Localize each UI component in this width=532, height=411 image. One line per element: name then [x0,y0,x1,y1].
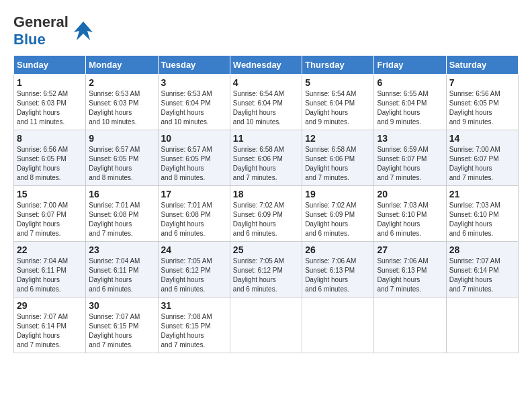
day-detail: Sunrise: 6:53 AM Sunset: 6:03 PM Dayligh… [89,89,154,127]
calendar-cell: 23 Sunrise: 7:04 AM Sunset: 6:11 PM Dayl… [86,242,158,298]
day-number: 21 [449,189,515,199]
calendar-cell [374,298,446,353]
day-detail: Sunrise: 7:05 AM Sunset: 6:12 PM Dayligh… [233,257,299,294]
calendar-cell: 8 Sunrise: 6:56 AM Sunset: 6:05 PM Dayli… [14,130,86,186]
calendar-cell: 11 Sunrise: 6:58 AM Sunset: 6:06 PM Dayl… [230,130,302,186]
day-number: 30 [89,300,154,311]
day-detail: Sunrise: 7:08 AM Sunset: 6:15 PM Dayligh… [161,312,227,350]
day-detail: Sunrise: 7:01 AM Sunset: 6:08 PM Dayligh… [89,201,154,238]
calendar-cell: 12 Sunrise: 6:58 AM Sunset: 6:06 PM Dayl… [302,130,374,186]
calendar-cell: 3 Sunrise: 6:53 AM Sunset: 6:04 PM Dayli… [158,75,230,130]
day-number: 9 [89,133,154,144]
day-detail: Sunrise: 6:54 AM Sunset: 6:04 PM Dayligh… [233,89,299,127]
day-detail: Sunrise: 7:02 AM Sunset: 6:09 PM Dayligh… [233,201,299,238]
day-detail: Sunrise: 7:00 AM Sunset: 6:07 PM Dayligh… [17,201,83,238]
day-number: 29 [17,300,83,311]
day-number: 4 [233,77,299,88]
day-detail: Sunrise: 6:56 AM Sunset: 6:05 PM Dayligh… [17,145,83,183]
logo-icon [71,19,95,43]
day-number: 6 [377,77,443,88]
calendar-week-3: 15 Sunrise: 7:00 AM Sunset: 6:07 PM Dayl… [14,186,519,242]
day-number: 10 [161,133,227,144]
calendar-cell: 21 Sunrise: 7:03 AM Sunset: 6:10 PM Dayl… [446,186,518,242]
day-detail: Sunrise: 7:07 AM Sunset: 6:14 PM Dayligh… [17,312,83,350]
day-number: 3 [161,77,227,88]
calendar-cell: 18 Sunrise: 7:02 AM Sunset: 6:09 PM Dayl… [230,186,302,242]
day-detail: Sunrise: 6:55 AM Sunset: 6:04 PM Dayligh… [377,89,443,127]
day-number: 17 [161,189,227,199]
calendar-cell: 10 Sunrise: 6:57 AM Sunset: 6:05 PM Dayl… [158,130,230,186]
calendar-cell: 29 Sunrise: 7:07 AM Sunset: 6:14 PM Dayl… [14,298,86,353]
calendar-cell: 16 Sunrise: 7:01 AM Sunset: 6:08 PM Dayl… [86,186,158,242]
day-detail: Sunrise: 6:57 AM Sunset: 6:05 PM Dayligh… [161,145,227,183]
day-detail: Sunrise: 6:52 AM Sunset: 6:03 PM Dayligh… [17,89,83,127]
day-detail: Sunrise: 7:04 AM Sunset: 6:11 PM Dayligh… [89,257,154,294]
calendar-cell: 4 Sunrise: 6:54 AM Sunset: 6:04 PM Dayli… [230,75,302,130]
calendar-cell: 6 Sunrise: 6:55 AM Sunset: 6:04 PM Dayli… [374,75,446,130]
col-header-sunday: Sunday [14,56,86,75]
calendar-cell: 5 Sunrise: 6:54 AM Sunset: 6:04 PM Dayli… [302,75,374,130]
calendar-cell: 14 Sunrise: 7:00 AM Sunset: 6:07 PM Dayl… [446,130,518,186]
calendar-header-row: SundayMondayTuesdayWednesdayThursdayFrid… [14,56,519,75]
page-header: General Blue [13,13,519,48]
calendar-cell: 7 Sunrise: 6:56 AM Sunset: 6:05 PM Dayli… [446,75,518,130]
day-number: 8 [17,133,83,144]
calendar-cell: 30 Sunrise: 7:07 AM Sunset: 6:15 PM Dayl… [86,298,158,353]
col-header-monday: Monday [86,56,158,75]
col-header-saturday: Saturday [446,56,518,75]
day-detail: Sunrise: 6:58 AM Sunset: 6:06 PM Dayligh… [305,145,371,183]
day-number: 24 [161,244,227,255]
calendar-cell: 26 Sunrise: 7:06 AM Sunset: 6:13 PM Dayl… [302,242,374,298]
calendar-cell: 17 Sunrise: 7:01 AM Sunset: 6:08 PM Dayl… [158,186,230,242]
day-number: 7 [449,77,515,88]
day-detail: Sunrise: 7:05 AM Sunset: 6:12 PM Dayligh… [161,257,227,294]
day-number: 5 [305,77,371,88]
day-number: 28 [449,244,515,255]
day-number: 26 [305,244,371,255]
calendar-week-2: 8 Sunrise: 6:56 AM Sunset: 6:05 PM Dayli… [14,130,519,186]
calendar-table: SundayMondayTuesdayWednesdayThursdayFrid… [13,55,519,353]
day-detail: Sunrise: 7:06 AM Sunset: 6:13 PM Dayligh… [305,257,371,294]
day-detail: Sunrise: 6:56 AM Sunset: 6:05 PM Dayligh… [449,89,515,127]
day-detail: Sunrise: 6:54 AM Sunset: 6:04 PM Dayligh… [305,89,371,127]
calendar-cell: 9 Sunrise: 6:57 AM Sunset: 6:05 PM Dayli… [86,130,158,186]
day-number: 25 [233,244,299,255]
day-number: 20 [377,189,443,199]
day-detail: Sunrise: 7:06 AM Sunset: 6:13 PM Dayligh… [377,257,443,294]
day-number: 15 [17,189,83,199]
calendar-week-5: 29 Sunrise: 7:07 AM Sunset: 6:14 PM Dayl… [14,298,519,353]
col-header-tuesday: Tuesday [158,56,230,75]
calendar-week-1: 1 Sunrise: 6:52 AM Sunset: 6:03 PM Dayli… [14,75,519,130]
day-detail: Sunrise: 7:07 AM Sunset: 6:14 PM Dayligh… [449,257,515,294]
day-number: 27 [377,244,443,255]
day-detail: Sunrise: 6:58 AM Sunset: 6:06 PM Dayligh… [233,145,299,183]
logo-general: General [13,13,69,30]
calendar-cell: 13 Sunrise: 6:59 AM Sunset: 6:07 PM Dayl… [374,130,446,186]
day-number: 12 [305,133,371,144]
calendar-cell: 20 Sunrise: 7:03 AM Sunset: 6:10 PM Dayl… [374,186,446,242]
col-header-thursday: Thursday [302,56,374,75]
col-header-friday: Friday [374,56,446,75]
day-detail: Sunrise: 7:03 AM Sunset: 6:10 PM Dayligh… [377,201,443,238]
calendar-cell: 27 Sunrise: 7:06 AM Sunset: 6:13 PM Dayl… [374,242,446,298]
calendar-cell [302,298,374,353]
day-number: 2 [89,77,154,88]
calendar-cell: 22 Sunrise: 7:04 AM Sunset: 6:11 PM Dayl… [14,242,86,298]
calendar-cell [230,298,302,353]
day-number: 31 [161,300,227,311]
calendar-cell: 2 Sunrise: 6:53 AM Sunset: 6:03 PM Dayli… [86,75,158,130]
day-detail: Sunrise: 7:00 AM Sunset: 6:07 PM Dayligh… [449,145,515,183]
calendar-cell: 28 Sunrise: 7:07 AM Sunset: 6:14 PM Dayl… [446,242,518,298]
logo: General Blue [13,13,95,48]
calendar-cell: 1 Sunrise: 6:52 AM Sunset: 6:03 PM Dayli… [14,75,86,130]
day-number: 19 [305,189,371,199]
calendar-cell [446,298,518,353]
day-detail: Sunrise: 6:59 AM Sunset: 6:07 PM Dayligh… [377,145,443,183]
day-detail: Sunrise: 6:53 AM Sunset: 6:04 PM Dayligh… [161,89,227,127]
day-detail: Sunrise: 7:02 AM Sunset: 6:09 PM Dayligh… [305,201,371,238]
day-detail: Sunrise: 7:04 AM Sunset: 6:11 PM Dayligh… [17,257,83,294]
calendar-cell: 19 Sunrise: 7:02 AM Sunset: 6:09 PM Dayl… [302,186,374,242]
day-detail: Sunrise: 7:01 AM Sunset: 6:08 PM Dayligh… [161,201,227,238]
day-number: 16 [89,189,154,199]
day-number: 18 [233,189,299,199]
